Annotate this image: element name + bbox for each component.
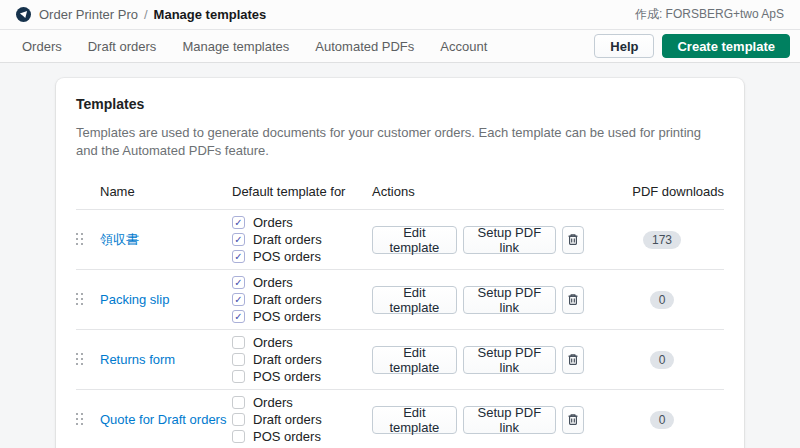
column-header-downloads: PDF downloads (614, 184, 724, 199)
table-row: 領収書 Orders Draft orders POS orders Edit … (76, 210, 724, 270)
checkbox[interactable] (232, 250, 245, 263)
page-content: Templates Templates are used to generate… (0, 63, 800, 448)
default-template-checkboxes: Orders Draft orders POS orders (232, 335, 372, 384)
edit-template-button[interactable]: Edit template (372, 406, 457, 434)
checkbox-row-orders[interactable]: Orders (232, 215, 372, 230)
app-logo-icon (16, 7, 31, 22)
checkbox-row-orders[interactable]: Orders (232, 395, 372, 410)
breadcrumb-separator: / (144, 7, 148, 22)
checkbox-label: Draft orders (253, 292, 322, 307)
checkbox-row-pos-orders[interactable]: POS orders (232, 369, 372, 384)
card-description: Templates are used to generate documents… (76, 124, 724, 160)
checkbox-label: POS orders (253, 309, 321, 324)
delete-template-button[interactable] (562, 226, 584, 254)
tab-account[interactable]: Account (440, 39, 487, 54)
checkbox-row-draft-orders[interactable]: Draft orders (232, 352, 372, 367)
checkbox-row-pos-orders[interactable]: POS orders (232, 249, 372, 264)
checkbox[interactable] (232, 396, 245, 409)
checkbox-row-pos-orders[interactable]: POS orders (232, 429, 372, 444)
checkbox-label: Draft orders (253, 232, 322, 247)
setup-pdf-link-button[interactable]: Setup PDF link (463, 346, 556, 374)
row-actions: Edit template Setup PDF link (372, 406, 584, 434)
edit-template-button[interactable]: Edit template (372, 346, 457, 374)
delete-template-button[interactable] (562, 406, 584, 434)
checkbox[interactable] (232, 216, 245, 229)
checkbox[interactable] (232, 293, 245, 306)
template-name-link[interactable]: Quote for Draft orders (100, 412, 232, 427)
trash-icon (567, 413, 579, 426)
template-name-link[interactable]: Packing slip (100, 292, 232, 307)
create-template-button[interactable]: Create template (662, 34, 790, 58)
delete-template-button[interactable] (562, 346, 584, 374)
templates-card: Templates Templates are used to generate… (56, 78, 744, 448)
help-button[interactable]: Help (594, 34, 654, 58)
setup-pdf-link-button[interactable]: Setup PDF link (463, 406, 556, 434)
table-row: Returns form Orders Draft orders POS ord… (76, 330, 724, 390)
table-row: Packing slip Orders Draft orders POS ord… (76, 270, 724, 330)
checkbox[interactable] (232, 276, 245, 289)
checkbox[interactable] (232, 353, 245, 366)
checkbox-label: Orders (253, 215, 293, 230)
checkbox[interactable] (232, 233, 245, 246)
drag-handle-icon[interactable] (76, 293, 84, 306)
table-row: Quote for Draft orders Orders Draft orde… (76, 390, 724, 448)
checkbox[interactable] (232, 430, 245, 443)
checkbox-row-orders[interactable]: Orders (232, 335, 372, 350)
drag-handle-icon[interactable] (76, 413, 84, 426)
table-header-row: Name Default template for Actions PDF do… (76, 178, 724, 210)
tab-automated-pdfs[interactable]: Automated PDFs (315, 39, 414, 54)
checkbox-label: Orders (253, 395, 293, 410)
breadcrumb-page-title: Manage templates (154, 7, 267, 22)
checkbox-row-draft-orders[interactable]: Draft orders (232, 292, 372, 307)
default-template-checkboxes: Orders Draft orders POS orders (232, 215, 372, 264)
downloads-cell: 0 (614, 351, 724, 369)
tab-orders[interactable]: Orders (22, 39, 62, 54)
column-header-actions: Actions (372, 184, 584, 199)
edit-template-button[interactable]: Edit template (372, 226, 457, 254)
checkbox-row-orders[interactable]: Orders (232, 275, 372, 290)
downloads-cell: 173 (614, 231, 724, 249)
setup-pdf-link-button[interactable]: Setup PDF link (463, 226, 556, 254)
breadcrumb-app-name[interactable]: Order Printer Pro (39, 7, 138, 22)
trash-icon (567, 353, 579, 366)
edit-template-button[interactable]: Edit template (372, 286, 457, 314)
checkbox-label: POS orders (253, 369, 321, 384)
row-actions: Edit template Setup PDF link (372, 226, 584, 254)
checkbox-label: Orders (253, 335, 293, 350)
drag-handle-icon[interactable] (76, 353, 84, 366)
nav-actions: Help Create template (594, 34, 790, 58)
row-actions: Edit template Setup PDF link (372, 286, 584, 314)
developer-byline: 作成: FORSBERG+two ApS (635, 6, 784, 23)
drag-handle-icon[interactable] (76, 233, 84, 246)
setup-pdf-link-button[interactable]: Setup PDF link (463, 286, 556, 314)
checkbox-label: Orders (253, 275, 293, 290)
checkbox-row-pos-orders[interactable]: POS orders (232, 309, 372, 324)
column-header-name: Name (100, 184, 232, 199)
template-name-link[interactable]: 領収書 (100, 231, 232, 249)
checkbox[interactable] (232, 310, 245, 323)
navbar: Orders Draft orders Manage templates Aut… (0, 30, 800, 63)
delete-template-button[interactable] (562, 286, 584, 314)
checkbox[interactable] (232, 370, 245, 383)
default-template-checkboxes: Orders Draft orders POS orders (232, 395, 372, 444)
downloads-badge: 0 (650, 291, 675, 309)
default-template-checkboxes: Orders Draft orders POS orders (232, 275, 372, 324)
card-title: Templates (76, 96, 724, 112)
tab-manage-templates[interactable]: Manage templates (182, 39, 289, 54)
checkbox-label: Draft orders (253, 352, 322, 367)
checkbox[interactable] (232, 336, 245, 349)
checkbox[interactable] (232, 413, 245, 426)
checkbox-label: Draft orders (253, 412, 322, 427)
checkbox-row-draft-orders[interactable]: Draft orders (232, 412, 372, 427)
column-header-default: Default template for (232, 184, 372, 199)
checkbox-row-draft-orders[interactable]: Draft orders (232, 232, 372, 247)
trash-icon (567, 293, 579, 306)
downloads-cell: 0 (614, 291, 724, 309)
downloads-badge: 0 (650, 351, 675, 369)
template-name-link[interactable]: Returns form (100, 352, 232, 367)
downloads-badge: 173 (643, 231, 681, 249)
downloads-badge: 0 (650, 411, 675, 429)
trash-icon (567, 233, 579, 246)
tab-draft-orders[interactable]: Draft orders (88, 39, 157, 54)
nav-tabs: Orders Draft orders Manage templates Aut… (22, 39, 487, 54)
